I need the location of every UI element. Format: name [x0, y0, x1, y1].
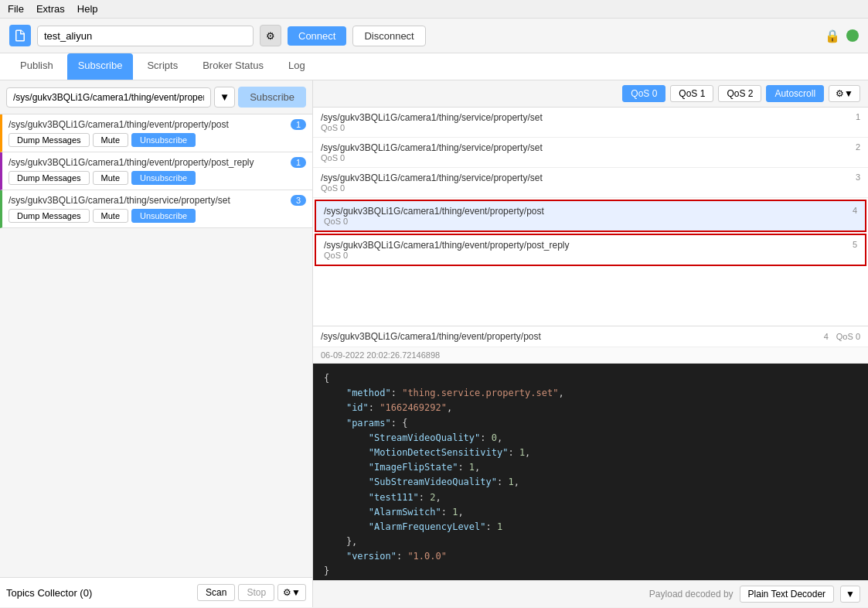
detail-panel: /sys/gukv3BQLi1G/camera1/thing/event/pro…: [313, 326, 868, 580]
dump-messages-button[interactable]: Dump Messages: [9, 171, 90, 185]
subscription-list: /sys/gukv3BQLi1G/camera1/thing/event/pro…: [0, 114, 312, 577]
qos2-button[interactable]: QoS 2: [718, 85, 761, 102]
mute-button[interactable]: Mute: [93, 209, 128, 223]
message-topic: /sys/gukv3BQLi1G/camera1/thing/service/p…: [321, 112, 856, 123]
decoder-settings-button[interactable]: ▼: [840, 586, 860, 603]
message-item[interactable]: /sys/gukv3BQLi1G/camera1/thing/event/pro…: [315, 234, 866, 266]
detail-qos: QoS 0: [836, 332, 860, 341]
detail-timestamp: 06-09-2022 20:02:26.72146898: [313, 347, 868, 364]
topics-collector: Topics Collector (0) Scan Stop ⚙▼: [0, 577, 312, 607]
lock-icon: 🔒: [825, 29, 840, 43]
subscription-item-header: /sys/gukv3BQLi1G/camera1/thing/event/pro…: [9, 157, 306, 168]
dump-messages-button[interactable]: Dump Messages: [9, 133, 90, 147]
message-number: 5: [853, 240, 857, 249]
scan-button[interactable]: Scan: [197, 584, 235, 601]
subscription-item: /sys/gukv3BQLi1G/camera1/thing/event/pro…: [0, 114, 312, 152]
message-number: 2: [856, 142, 860, 152]
message-item[interactable]: /sys/gukv3BQLi1G/camera1/thing/service/p…: [313, 138, 868, 168]
app-icon: [9, 25, 31, 46]
bottom-bar: Payload decoded by Plain Text Decoder ▼: [313, 580, 868, 607]
subscription-count-badge: 1: [291, 119, 306, 130]
unsubscribe-button[interactable]: Unsubscribe: [131, 209, 196, 223]
subscription-actions: Dump Messages Mute Unsubscribe: [9, 209, 306, 223]
qos-toolbar: QoS 0 QoS 1 QoS 2 Autoscroll ⚙▼: [313, 80, 868, 108]
qos1-button[interactable]: QoS 1: [670, 85, 713, 102]
connect-button[interactable]: Connect: [288, 26, 346, 46]
message-item-selected[interactable]: /sys/gukv3BQLi1G/camera1/thing/event/pro…: [315, 200, 866, 232]
message-qos: QoS 0: [324, 217, 857, 226]
detail-topic: /sys/gukv3BQLi1G/camera1/thing/event/pro…: [321, 331, 541, 342]
plain-text-decoder-button[interactable]: Plain Text Decoder: [740, 586, 835, 603]
right-panel: QoS 0 QoS 1 QoS 2 Autoscroll ⚙▼ /sys/guk…: [313, 80, 868, 607]
tab-broker-status[interactable]: Broker Status: [192, 53, 274, 80]
message-number: 3: [856, 172, 860, 182]
subscription-topic: /sys/gukv3BQLi1G/camera1/thing/service/p…: [9, 195, 286, 206]
message-item[interactable]: /sys/gukv3BQLi1G/camera1/thing/service/p…: [313, 108, 868, 138]
tab-subscribe[interactable]: Subscribe: [67, 53, 134, 80]
menu-help[interactable]: Help: [77, 3, 98, 15]
message-qos: QoS 0: [321, 123, 860, 132]
message-qos: QoS 0: [321, 153, 860, 162]
message-item-header: /sys/gukv3BQLi1G/camera1/thing/service/p…: [321, 112, 860, 123]
subscription-count-badge: 3: [291, 195, 306, 206]
tab-log[interactable]: Log: [277, 53, 316, 80]
main-content: ▼ Subscribe /sys/gukv3BQLi1G/camera1/thi…: [0, 80, 868, 607]
stop-button[interactable]: Stop: [238, 584, 274, 601]
menubar: File Extras Help: [0, 0, 868, 19]
json-content-viewer: { "method": "thing.service.property.set"…: [313, 364, 868, 580]
dump-messages-button[interactable]: Dump Messages: [9, 209, 90, 223]
subscription-item-header: /sys/gukv3BQLi1G/camera1/thing/service/p…: [9, 195, 306, 206]
toolbar: ⚙ Connect Disconnect 🔒: [0, 19, 868, 53]
subscribe-button[interactable]: Subscribe: [238, 87, 306, 108]
connection-settings-button[interactable]: ⚙: [260, 25, 281, 46]
message-qos: QoS 0: [324, 251, 857, 260]
message-item-header: /sys/gukv3BQLi1G/camera1/thing/event/pro…: [324, 240, 857, 251]
subscription-topic: /sys/gukv3BQLi1G/camera1/thing/event/pro…: [9, 157, 286, 168]
message-number: 4: [853, 206, 857, 215]
subscribe-topic-input[interactable]: [6, 87, 211, 108]
connection-status-indicator: [846, 29, 859, 42]
message-topic: /sys/gukv3BQLi1G/camera1/thing/event/pro…: [324, 240, 853, 251]
menu-file[interactable]: File: [8, 3, 24, 15]
qos0-button[interactable]: QoS 0: [622, 85, 665, 102]
mute-button[interactable]: Mute: [93, 171, 128, 185]
subscription-item-header: /sys/gukv3BQLi1G/camera1/thing/event/pro…: [9, 119, 306, 130]
message-settings-button[interactable]: ⚙▼: [829, 85, 860, 102]
unsubscribe-button[interactable]: Unsubscribe: [131, 171, 196, 185]
tab-scripts[interactable]: Scripts: [136, 53, 189, 80]
message-list: /sys/gukv3BQLi1G/camera1/thing/service/p…: [313, 108, 868, 326]
message-topic: /sys/gukv3BQLi1G/camera1/thing/service/p…: [321, 142, 856, 153]
left-panel: ▼ Subscribe /sys/gukv3BQLi1G/camera1/thi…: [0, 80, 313, 607]
topic-dropdown-button[interactable]: ▼: [214, 87, 235, 108]
unsubscribe-button[interactable]: Unsubscribe: [131, 133, 196, 147]
disconnect-button[interactable]: Disconnect: [352, 26, 425, 46]
subscription-item: /sys/gukv3BQLi1G/camera1/thing/service/p…: [0, 190, 312, 228]
message-item[interactable]: /sys/gukv3BQLi1G/camera1/thing/service/p…: [313, 168, 868, 198]
message-item-header: /sys/gukv3BQLi1G/camera1/thing/event/pro…: [324, 206, 857, 217]
tab-bar: Publish Subscribe Scripts Broker Status …: [0, 53, 868, 80]
mute-button[interactable]: Mute: [93, 133, 128, 147]
subscription-actions: Dump Messages Mute Unsubscribe: [9, 171, 306, 185]
collector-settings-button[interactable]: ⚙▼: [277, 584, 306, 601]
subscription-topic: /sys/gukv3BQLi1G/camera1/thing/event/pro…: [9, 119, 286, 130]
subscription-count-badge: 1: [291, 157, 306, 168]
message-topic: /sys/gukv3BQLi1G/camera1/thing/service/p…: [321, 172, 856, 183]
subscription-actions: Dump Messages Mute Unsubscribe: [9, 133, 306, 147]
message-topic: /sys/gukv3BQLi1G/camera1/thing/event/pro…: [324, 206, 853, 217]
subscribe-bar: ▼ Subscribe: [0, 80, 312, 114]
connection-name-input[interactable]: [37, 26, 254, 46]
detail-message-number: 4: [824, 332, 829, 341]
message-qos: QoS 0: [321, 183, 860, 193]
message-item-header: /sys/gukv3BQLi1G/camera1/thing/service/p…: [321, 172, 860, 183]
message-number: 1: [856, 112, 860, 121]
topics-collector-label: Topics Collector (0): [6, 587, 194, 599]
tab-publish[interactable]: Publish: [9, 53, 64, 80]
detail-header: /sys/gukv3BQLi1G/camera1/thing/event/pro…: [313, 326, 868, 347]
subscription-item: /sys/gukv3BQLi1G/camera1/thing/event/pro…: [0, 152, 312, 190]
message-item-header: /sys/gukv3BQLi1G/camera1/thing/service/p…: [321, 142, 860, 153]
menu-extras[interactable]: Extras: [36, 3, 65, 15]
autoscroll-button[interactable]: Autoscroll: [766, 85, 824, 102]
payload-decoded-label: Payload decoded by: [649, 589, 734, 599]
